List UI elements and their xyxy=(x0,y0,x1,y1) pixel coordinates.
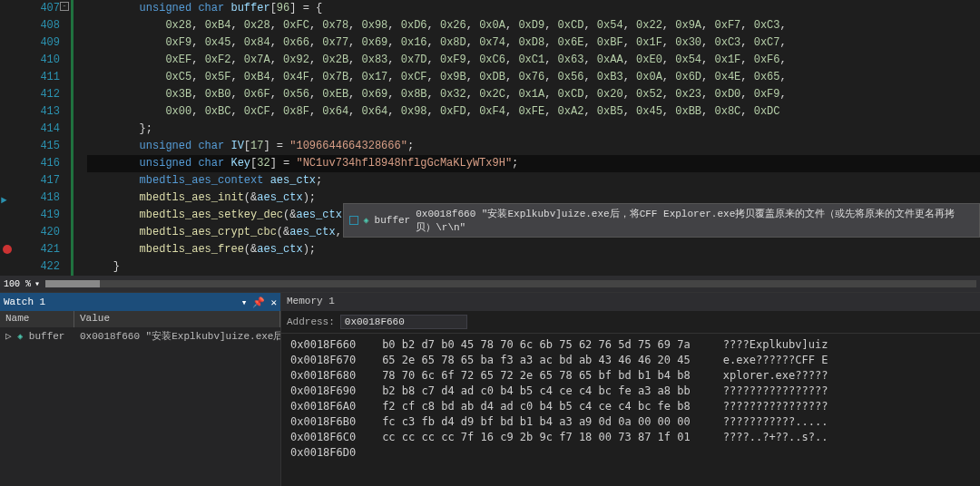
code-line[interactable]: unsigned char buffer[96] = { xyxy=(87,0,980,17)
address-label: Address: xyxy=(287,316,335,327)
watch-col-name: Name xyxy=(0,311,74,327)
code-line[interactable]: 0x28, 0xB4, 0x28, 0xFC, 0x78, 0x98, 0xD6… xyxy=(87,17,980,34)
watch-col-value: Value xyxy=(74,311,280,327)
pin-icon[interactable]: 📌 xyxy=(252,296,265,308)
debug-tooltip: ◈ buffer 0x0018f660 "安装Explkubv]uize.exe… xyxy=(343,203,980,238)
code-line[interactable]: unsigned char Key[32] = "NC1uv734hfl8948… xyxy=(87,155,980,172)
code-editor[interactable]: 407-408409410411412413414415416417418►41… xyxy=(0,0,980,276)
code-line[interactable]: unsigned char IV[17] = "1096644664328666… xyxy=(87,138,980,155)
code-line[interactable]: } xyxy=(87,258,980,276)
close-icon[interactable]: ✕ xyxy=(270,296,277,308)
watch-titlebar[interactable]: Watch 1 ▾ 📌 ✕ xyxy=(0,293,280,311)
code-line[interactable]: 0xF9, 0x45, 0x84, 0x66, 0x77, 0x69, 0x16… xyxy=(87,34,980,52)
watch-header: Name Value xyxy=(0,311,280,327)
watch-row[interactable]: ▷ ◈ buffer0x0018f660 "安装Explkubv]uize.ex… xyxy=(0,327,280,344)
zoom-bar[interactable]: 100 % ▾ xyxy=(0,276,980,292)
memory-panel[interactable]: Memory 1 Address: 0x0018F660 b0 b2 d7 b0… xyxy=(281,293,980,486)
code-line[interactable]: 0xC5, 0x5F, 0xB4, 0x4F, 0x7B, 0x17, 0xCF… xyxy=(87,69,980,86)
tooltip-val: 0x0018f660 "安装Explkubv]uize.exe后，将CFF Ex… xyxy=(416,207,974,234)
code-line[interactable]: }; xyxy=(87,121,980,138)
watch-title: Watch 1 xyxy=(4,296,45,307)
tooltip-var: buffer xyxy=(375,215,411,226)
horizontal-scrollbar[interactable] xyxy=(45,280,976,287)
code-line[interactable]: mbedtls_aes_free(&aes_ctx); xyxy=(87,241,980,258)
zoom-value: 100 % xyxy=(4,279,31,289)
address-input[interactable] xyxy=(340,315,467,329)
code-line[interactable]: 0xEF, 0xF2, 0x7A, 0x92, 0x2B, 0x83, 0x7D… xyxy=(87,52,980,69)
memory-title[interactable]: Memory 1 xyxy=(281,293,980,311)
watch-panel[interactable]: Watch 1 ▾ 📌 ✕ Name Value ▷ ◈ buffer0x001… xyxy=(0,293,281,486)
code-line[interactable]: 0x3B, 0xB0, 0x6F, 0x56, 0xEB, 0x69, 0x8B… xyxy=(87,86,980,103)
line-number-gutter: 407-408409410411412413414415416417418►41… xyxy=(0,0,71,276)
dropdown-icon[interactable]: ▾ xyxy=(241,296,248,308)
code-line[interactable]: mbedtls_aes_context aes_ctx; xyxy=(87,172,980,190)
memory-address-bar[interactable]: Address: xyxy=(281,311,980,334)
code-line[interactable]: 0x00, 0xBC, 0xCF, 0x8F, 0x64, 0x64, 0x98… xyxy=(87,103,980,121)
memory-dump[interactable]: 0x0018F660 b0 b2 d7 b0 45 78 70 6c 6b 75… xyxy=(281,334,980,464)
